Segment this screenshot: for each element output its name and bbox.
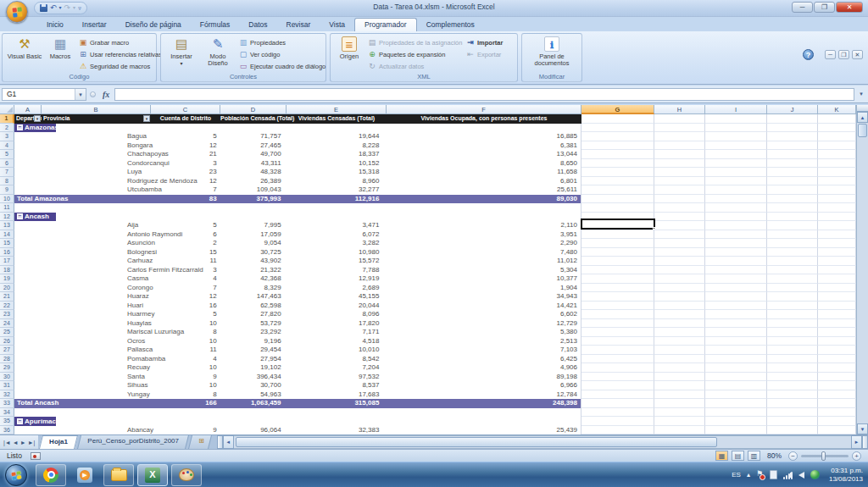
workbook-minimize-button[interactable]: ─ [825,50,836,59]
cell-viviendas-censadas[interactable]: 7,788 [287,266,387,275]
cell-viviendas-censadas[interactable]: 8,228 [287,141,387,151]
cell-poblacion-censada[interactable]: 27,954 [220,355,287,364]
cell-viviendas-censadas[interactable]: 2,689 [287,284,387,293]
cell-viviendas-ocupada[interactable]: 3,951 [386,230,581,240]
cell-G[interactable] [581,168,654,177]
cell-J[interactable] [767,159,818,169]
cell-J[interactable] [767,426,818,435]
row-header-36[interactable]: 36 [0,426,14,435]
row-header-6[interactable]: 6 [0,159,14,169]
cell-provincia[interactable]: Aija [42,221,151,230]
cell-H[interactable] [654,274,705,284]
scroll-up-icon[interactable]: ▲ [857,112,868,123]
cell-A[interactable] [14,132,42,141]
row-header-35[interactable]: 35 [0,417,14,426]
cell-cuenta-distrito[interactable]: 3 [151,159,220,169]
header-viviendas-ocupada[interactable]: Viviendas Ocupada, con personas presente… [387,114,581,124]
cell-G[interactable] [581,284,654,293]
cell-viviendas-censadas[interactable]: 8,096 [287,310,387,319]
cell-J[interactable] [767,221,818,230]
vertical-scrollbar[interactable]: ▲ ▼ [856,105,868,434]
cell-G[interactable] [581,319,654,329]
cell-viviendas-censadas[interactable]: 4,518 [287,337,387,346]
cell-H[interactable] [654,177,705,186]
cell-poblacion-censada[interactable]: 62,598 [220,302,287,311]
cell-viviendas-ocupada[interactable]: 11,658 [386,168,581,177]
explorer-taskbar-button[interactable] [103,464,134,486]
properties-button[interactable]: ▥ Propiedades [239,37,326,47]
cell-A[interactable] [14,373,42,382]
cell-provincia[interactable]: Bongara [42,141,151,151]
horizontal-scroll-track[interactable] [234,435,851,449]
name-box[interactable]: G1 ▾ [2,88,86,101]
cell-H[interactable] [654,221,705,230]
cell-cuenta-distrito[interactable]: 10 [151,363,220,373]
fill-handle[interactable] [653,227,655,230]
cell-viviendas-censadas[interactable]: 7,204 [287,363,387,373]
cell-I[interactable] [705,239,767,248]
cell-J[interactable] [767,355,818,364]
cell-provincia[interactable]: Huari [42,302,151,311]
cell-I[interactable] [705,141,767,151]
cell-viviendas-ocupada[interactable]: 6,966 [386,381,581,390]
cell-provincia[interactable]: Carlos Fermin Fitzcarrald [42,266,151,275]
cell-H[interactable] [654,390,705,400]
cell-viviendas-ocupada[interactable]: 2,290 [386,239,581,248]
cell-K[interactable] [818,310,856,319]
paint-taskbar-button[interactable] [171,464,202,486]
cell-G[interactable] [581,328,654,337]
total-cell-d[interactable]: 1,063,459 [220,399,287,408]
row-header-13[interactable]: 13 [0,221,14,230]
cell-K[interactable] [818,213,856,222]
cell-K[interactable] [818,132,856,141]
cell-poblacion-censada[interactable]: 17,059 [220,230,287,240]
import-button[interactable]: ⇥ Importar [466,37,503,47]
row-header-33[interactable]: 33 [0,399,14,408]
active-cell-border[interactable] [581,219,655,230]
cell-provincia[interactable]: Ocros [42,337,151,346]
sheet-tab-peru-censo-pordistrito-2007[interactable]: Perú_Censo_porDistrito_2007 [77,435,189,449]
cell-H[interactable] [654,346,705,355]
cell-poblacion-censada[interactable]: 27,465 [220,141,287,151]
cell-poblacion-censada[interactable]: 49,700 [220,150,287,159]
cell-viviendas-censadas[interactable]: 3,282 [287,239,387,248]
cell-G[interactable] [581,337,654,346]
cell-I[interactable] [705,257,767,266]
group-row-apurimac[interactable]: −Apurímac [14,417,56,426]
cell-I[interactable] [705,302,767,311]
media-player-taskbar-button[interactable]: ▶ [70,464,100,486]
cell-J[interactable] [767,302,818,311]
page-layout-view-icon[interactable]: ▤ [732,451,744,461]
page-break-view-icon[interactable]: ▥ [748,451,760,461]
cell-provincia[interactable]: Condorcanqui [42,159,151,169]
cell-viviendas-censadas[interactable]: 15,572 [287,257,387,266]
row-header-1[interactable]: 1 [0,114,14,124]
cell-A[interactable] [14,292,42,302]
cell-A[interactable] [14,168,42,177]
last-sheet-icon[interactable]: ►| [28,440,36,445]
filter-icon-departamento[interactable]: ▾ [34,115,41,122]
row-header-2[interactable]: 2 [0,124,14,133]
cell-I[interactable] [705,248,767,257]
help-button[interactable]: ? [803,49,814,60]
cell-G[interactable] [581,346,654,355]
empty-row-cells[interactable] [14,408,581,418]
cell-I[interactable] [705,426,767,435]
cell-poblacion-censada[interactable]: 27,820 [220,310,287,319]
group-row-amazonas[interactable]: −Amazonas [14,124,56,133]
vertical-scroll-track[interactable] [857,138,868,423]
column-header-K[interactable]: K [818,105,856,114]
cell-G[interactable] [581,373,654,382]
cell-provincia[interactable]: Luya [42,168,151,177]
cell-G[interactable] [581,257,654,266]
cell-cuenta-distrito[interactable]: 21 [151,150,220,159]
cell-J[interactable] [767,248,818,257]
action-center-flag-icon[interactable] [756,471,764,479]
cell-K[interactable] [818,417,856,426]
ribbon-tab-diseno-de-pagina[interactable]: Diseño de página [116,19,191,31]
cell-G[interactable] [581,248,654,257]
expansion-packs-button[interactable]: ⊕ Paquetes de expansión [368,49,462,59]
cell-K[interactable] [818,203,856,213]
cell-K[interactable] [818,124,856,133]
cell-J[interactable] [767,381,818,390]
